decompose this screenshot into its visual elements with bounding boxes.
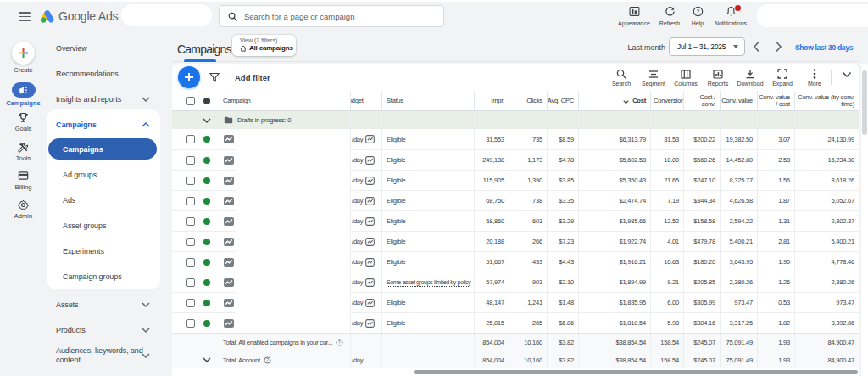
show-last-30-days-link[interactable]: Show last 30 days (795, 43, 853, 52)
global-search[interactable] (219, 5, 444, 27)
enabled-status-dot[interactable] (203, 177, 210, 184)
column-header-cost-per-conv[interactable]: Cost / conv. (694, 94, 715, 108)
budget-chart-icon[interactable] (365, 299, 375, 307)
notifications-button[interactable]: Notifications (712, 5, 749, 26)
nav-item-products[interactable]: Products (47, 317, 160, 343)
column-header-status[interactable]: Status (387, 97, 403, 104)
row-checkbox[interactable] (186, 238, 195, 246)
row-checkbox[interactable] (186, 319, 195, 328)
budget-chart-icon[interactable] (365, 177, 375, 185)
budget-chart-icon[interactable] (365, 197, 375, 205)
rail-item-tools[interactable]: Tools (0, 141, 47, 162)
nav-item-assets[interactable]: Assets (47, 292, 160, 317)
subnav-item-campaigns[interactable]: Campaigns (48, 138, 157, 160)
subnav-item-experiments[interactable]: Experiments (48, 240, 157, 261)
enabled-status-dot[interactable] (203, 239, 210, 245)
download-button[interactable]: Download (734, 65, 766, 87)
chevron-down-icon[interactable] (203, 118, 211, 123)
column-header-avg-cpc[interactable]: Avg. CPC (548, 97, 574, 104)
nav-item-overview[interactable]: Overview (47, 36, 160, 61)
enabled-status-dot[interactable] (203, 300, 210, 306)
column-header-cost[interactable]: Cost (579, 91, 651, 110)
next-period-chevron[interactable] (775, 41, 782, 53)
budget-chart-icon[interactable] (365, 319, 375, 328)
nav-item-insights-and-reports[interactable]: Insights and reports (47, 87, 160, 112)
enabled-status-dot[interactable] (203, 259, 210, 266)
vertical-scrollbar-thumb[interactable] (862, 70, 867, 135)
select-all-checkbox[interactable] (186, 97, 195, 105)
nav-item-audiences-keywords-content[interactable]: Audiences, keywords, and content (47, 341, 160, 370)
nav-item-recommendations[interactable]: Recommendations (47, 61, 160, 87)
reports-button[interactable]: Reports (702, 65, 734, 87)
enabled-status-dot[interactable] (203, 157, 210, 164)
enabled-status-dot[interactable] (203, 218, 210, 225)
status-value[interactable]: Eligible (387, 238, 406, 245)
column-header-clicks[interactable]: Clicks (526, 97, 542, 104)
rail-item-create[interactable]: Create (0, 42, 47, 74)
budget-chart-icon[interactable] (365, 217, 375, 226)
status-value[interactable]: Eligible (387, 319, 406, 327)
status-value[interactable]: Eligible (387, 299, 406, 306)
view-filter-chip[interactable]: View (2 filters) All campaigns (232, 35, 296, 56)
rail-item-campaigns[interactable]: Campaigns (0, 82, 47, 107)
help-circle-icon[interactable]: ? (336, 339, 343, 346)
chevron-down-icon[interactable] (203, 357, 211, 362)
enabled-status-dot[interactable] (203, 198, 210, 205)
budget-chart-icon[interactable] (365, 278, 375, 287)
column-header-conv-value-cost[interactable]: Conv. value / cost (758, 94, 790, 108)
row-checkbox[interactable] (186, 156, 195, 165)
status-value[interactable]: Eligible (387, 156, 406, 164)
columns-button[interactable]: Columns (670, 65, 702, 87)
enabled-status-dot[interactable] (203, 320, 210, 327)
segment-button[interactable]: Segment (637, 65, 670, 87)
row-checkbox[interactable] (186, 278, 195, 287)
row-checkbox[interactable] (186, 177, 195, 185)
row-checkbox[interactable] (186, 197, 195, 205)
status-value[interactable]: Eligible (387, 197, 406, 205)
horizontal-scrollbar-thumb[interactable] (414, 370, 858, 374)
global-search-input[interactable] (244, 12, 422, 21)
add-campaign-button[interactable] (178, 66, 200, 88)
search-button[interactable]: Search (605, 65, 637, 87)
previous-period-chevron[interactable] (753, 41, 760, 53)
column-header-campaign[interactable]: Campaign (223, 97, 251, 104)
more-button[interactable]: More (798, 65, 831, 87)
row-checkbox[interactable] (186, 258, 195, 267)
budget-chart-icon[interactable] (365, 135, 375, 143)
column-header-impr[interactable]: Impr. (491, 97, 504, 104)
filter-funnel-icon[interactable] (209, 72, 220, 82)
subnav-item-campaign-groups[interactable]: Campaign groups (48, 266, 157, 287)
rail-item-billing[interactable]: Billing (0, 170, 47, 191)
help-circle-icon[interactable]: ? (264, 356, 271, 364)
subnav-item-ad-groups[interactable]: Ad groups (48, 164, 157, 185)
column-header-conv-value[interactable]: Conv. value (721, 98, 753, 104)
rail-item-admin[interactable]: Admin (0, 199, 47, 220)
drafts-row[interactable]: Drafts in progress: 0 (172, 111, 859, 129)
menu-hamburger-icon[interactable] (19, 12, 31, 22)
status-value[interactable]: Eligible (387, 217, 406, 225)
subnav-item-asset-groups[interactable]: Asset groups (48, 215, 157, 236)
collapse-toolbar-chevron[interactable] (842, 71, 852, 78)
row-checkbox[interactable] (186, 135, 195, 143)
help-button[interactable]: ? Help (679, 5, 716, 26)
appearance-button[interactable]: Appearance (615, 5, 653, 26)
status-value[interactable]: Some asset groups limited by policy (387, 279, 470, 285)
budget-chart-icon[interactable] (365, 238, 375, 246)
budget-chart-icon[interactable] (365, 156, 375, 165)
rail-item-goals[interactable]: Goals (0, 111, 47, 132)
column-header-conversions[interactable]: Conversions (654, 97, 684, 104)
add-filter-button[interactable]: Add filter (235, 73, 270, 82)
row-checkbox[interactable] (186, 217, 195, 226)
budget-chart-icon[interactable] (365, 258, 375, 267)
expand-button[interactable]: Expand (766, 65, 798, 87)
status-value[interactable]: Eligible (387, 177, 406, 184)
row-checkbox[interactable] (186, 299, 195, 307)
column-header-conv-value-time[interactable]: Conv. value (by conv. time) (795, 94, 854, 108)
status-value[interactable]: Eligible (387, 136, 406, 143)
status-value[interactable]: Eligible (387, 258, 406, 266)
enabled-status-dot[interactable] (203, 136, 210, 143)
enabled-status-dot[interactable] (203, 279, 210, 286)
date-range-selector[interactable]: Jul 1 – 31, 2025 (669, 37, 745, 56)
status-filter-dot[interactable] (203, 98, 210, 104)
nav-section-campaigns[interactable]: Campaigns (47, 114, 160, 135)
